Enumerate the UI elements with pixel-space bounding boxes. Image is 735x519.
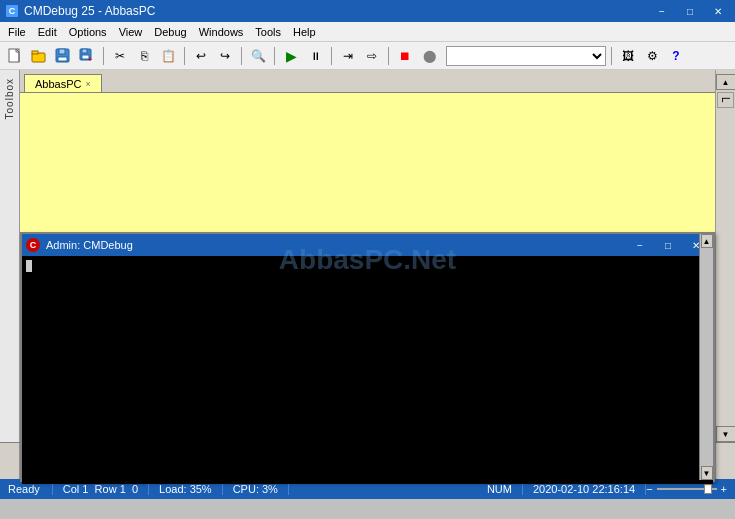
record-button[interactable]: ⬤ [418,45,440,67]
maximize-button[interactable]: □ [677,2,703,20]
cmd-title-label: Admin: CMDebug [46,239,133,251]
zoom-minus[interactable]: − [646,483,652,495]
open-button[interactable] [28,45,50,67]
toolbox-label: Toolbox [4,78,15,119]
step-button[interactable]: ⇥ [337,45,359,67]
cmd-icon: C [26,238,40,252]
new-button[interactable] [4,45,26,67]
cmd-window: C Admin: CMDebug − □ ✕ [20,232,715,482]
find-button[interactable]: 🔍 [247,45,269,67]
zoom-plus[interactable]: + [721,483,727,495]
stop-button[interactable]: ⏹ [394,45,416,67]
cut-button[interactable]: ✂ [109,45,131,67]
status-datetime: 2020-02-10 22:16:14 [523,483,646,495]
toolbar-sep-3 [241,47,242,65]
right-panel-l-tab[interactable]: L [717,92,734,108]
svg-text:C: C [9,6,16,16]
toolbar-sep-4 [274,47,275,65]
tab-bar: AbbasPC × [20,70,715,92]
menu-debug[interactable]: Debug [148,24,192,40]
cmd-controls: − □ ✕ [627,237,709,253]
cmd-title-bar: C Admin: CMDebug − □ ✕ [22,234,713,256]
menu-help[interactable]: Help [287,24,322,40]
svg-rect-8 [59,49,65,54]
title-bar: C CMDebug 25 - AbbasPC − □ ✕ [0,0,735,22]
right-top-arrow[interactable]: ▲ [716,74,736,90]
menu-file[interactable]: File [2,24,32,40]
toolbar-sep-1 [103,47,104,65]
tab-close-button[interactable]: × [85,79,90,89]
cmd-content[interactable] [22,256,713,484]
status-numlock: NUM [477,483,523,495]
status-ready: Ready [8,483,53,495]
help-icon-button[interactable]: ? [665,45,687,67]
right-panel-tab: ▲ L ▼ [715,70,735,442]
toolbar-sep-7 [611,47,612,65]
menu-view[interactable]: View [113,24,149,40]
toolbar-sep-5 [331,47,332,65]
cmd-maximize-button[interactable]: □ [655,237,681,253]
undo-button[interactable]: ↩ [190,45,212,67]
toolbar: + ✂ ⎘ 📋 ↩ ↪ 🔍 ▶ ⏸ ⇥ ⇨ ⏹ ⬤ 🖼 ⚙ ? [0,42,735,70]
zoom-slider-thumb[interactable] [704,484,712,494]
editor-content[interactable] [20,92,715,249]
cmd-scrollbar[interactable]: ▲ ▼ [699,234,713,480]
minimize-button[interactable]: − [649,2,675,20]
svg-rect-11 [82,49,87,53]
toolbar-sep-6 [388,47,389,65]
menu-tools[interactable]: Tools [249,24,287,40]
menu-windows[interactable]: Windows [193,24,250,40]
cmd-cursor [26,260,32,272]
svg-rect-6 [32,51,38,54]
right-bottom-arrow[interactable]: ▼ [716,426,736,442]
svg-text:+: + [88,56,92,63]
saveas-button[interactable]: + [76,45,98,67]
title-bar-left: C CMDebug 25 - AbbasPC [4,3,155,19]
scroll-down-btn[interactable]: ▼ [701,466,713,480]
main-area: Toolbox AbbasPC × Dis [0,70,735,479]
app-icon: C [4,3,20,19]
editor-tab-abbaspc[interactable]: AbbasPC × [24,74,102,92]
debug-target-dropdown[interactable] [446,46,606,66]
stepover-button[interactable]: ⇨ [361,45,383,67]
cmd-title-left: C Admin: CMDebug [26,238,133,252]
menu-edit[interactable]: Edit [32,24,63,40]
run-button[interactable]: ▶ [280,45,302,67]
app-title: CMDebug 25 - AbbasPC [24,4,155,18]
cmd-minimize-button[interactable]: − [627,237,653,253]
paste-button[interactable]: 📋 [157,45,179,67]
status-slider[interactable]: − + [646,483,727,495]
zoom-slider-track[interactable] [657,488,717,490]
toolbar-sep-2 [184,47,185,65]
settings-button[interactable]: ⚙ [641,45,663,67]
copy-button[interactable]: ⎘ [133,45,155,67]
toolbox-sidebar: Toolbox [0,70,20,442]
menu-options[interactable]: Options [63,24,113,40]
redo-button[interactable]: ↪ [214,45,236,67]
status-cpu: CPU: 3% [223,483,289,495]
tab-label: AbbasPC [35,78,81,90]
save-button[interactable] [52,45,74,67]
title-bar-controls: − □ ✕ [649,2,731,20]
close-button[interactable]: ✕ [705,2,731,20]
menu-bar: File Edit Options View Debug Windows Too… [0,22,735,42]
status-col: Col 1 Row 1 0 [53,483,149,495]
svg-rect-9 [58,57,67,61]
theme-button[interactable]: 🖼 [617,45,639,67]
scroll-up-btn[interactable]: ▲ [701,234,713,248]
status-load: Load: 35% [149,483,223,495]
pause-button[interactable]: ⏸ [304,45,326,67]
